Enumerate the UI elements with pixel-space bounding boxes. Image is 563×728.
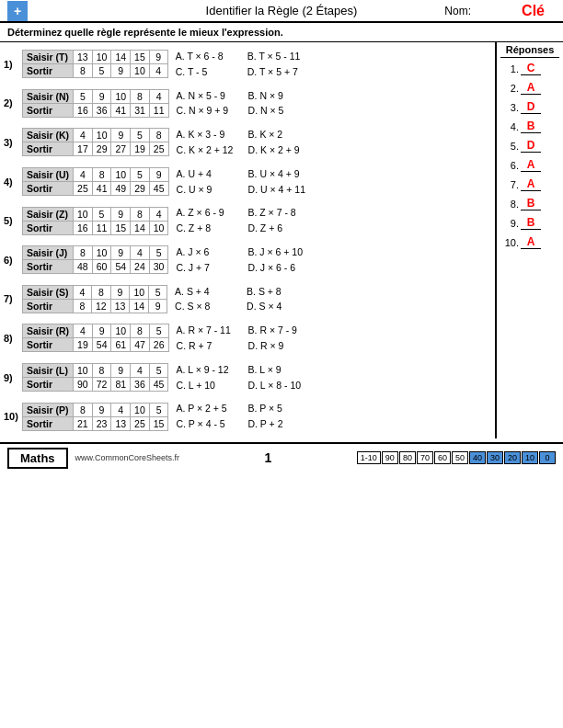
- io-table-wrap: Saisir (U)481059Sortir2541492945: [22, 167, 169, 196]
- io-table: Saisir (N)591084Sortir1636413111: [22, 89, 169, 118]
- option-item: B. P × 5: [247, 401, 312, 416]
- saisir-label: Saisir (L): [23, 364, 74, 378]
- question-number: 4): [4, 176, 22, 188]
- saisir-val: 9: [149, 168, 168, 182]
- saisir-label: Saisir (J): [23, 246, 74, 260]
- answer-letter: B: [527, 197, 535, 210]
- answer-item: 8.B: [500, 197, 559, 210]
- option-item: C. Z + 8: [176, 221, 240, 236]
- sortir-val: 19: [131, 142, 150, 156]
- saisir-val: 4: [131, 364, 150, 378]
- io-table-wrap: Saisir (S)489105Sortir81213149: [22, 285, 167, 313]
- sortir-val: 45: [149, 378, 168, 392]
- option-item: B. S + 8: [247, 284, 311, 300]
- answer-letter: A: [527, 158, 535, 171]
- answer-item: 6.A: [500, 158, 559, 172]
- option-row: A. T × 6 - 8B. T × 5 - 11: [176, 49, 312, 64]
- io-table: Saisir (S)489105Sortir81213149: [22, 285, 167, 313]
- sortir-val: 31: [131, 103, 150, 117]
- sortir-val: 90: [74, 378, 93, 392]
- answer-line: D: [521, 139, 541, 153]
- saisir-val: 9: [92, 89, 111, 103]
- answer-line: A: [521, 235, 541, 249]
- sortir-val: 54: [92, 338, 111, 352]
- io-table: Saisir (L)108945Sortir9072813645: [22, 363, 168, 392]
- saisir-val: 15: [131, 51, 150, 64]
- option-item: D. L × 8 - 10: [247, 378, 312, 393]
- saisir-val: 14: [111, 51, 131, 64]
- option-item: D. U × 4 + 11: [248, 182, 313, 198]
- saisir-label: Saisir (T): [23, 51, 74, 64]
- io-table: Saisir (Z)105984Sortir1611151410: [22, 207, 168, 235]
- answer-line: B: [521, 216, 541, 230]
- option-item: A. T × 6 - 8: [176, 49, 240, 64]
- option-item: D. N × 5: [248, 103, 313, 119]
- option-item: C. L + 10: [176, 378, 240, 393]
- sortir-label: Sortir: [23, 103, 74, 117]
- nom-label: Nom:: [444, 5, 471, 17]
- answer-line: C: [521, 62, 541, 75]
- sortir-val: 25: [149, 142, 168, 156]
- option-row: A. K × 3 - 9B. K × 2: [177, 127, 313, 142]
- sortir-val: 8: [74, 64, 93, 78]
- io-table-wrap: Saisir (Z)105984Sortir1611151410: [22, 207, 168, 235]
- answer-letter: A: [527, 81, 535, 94]
- saisir-val: 8: [131, 324, 150, 338]
- question-block: 10)Saisir (P)894105Sortir2123132515A. P …: [4, 399, 491, 434]
- option-item: B. K × 2: [248, 127, 313, 142]
- saisir-val: 10: [111, 89, 131, 103]
- sortir-label: Sortir: [23, 416, 74, 430]
- sortir-val: 29: [92, 142, 111, 156]
- option-row: C. U × 9D. U × 4 + 11: [177, 182, 313, 198]
- saisir-val: 13: [74, 51, 93, 64]
- saisir-val: 4: [131, 246, 150, 260]
- score-box: 20: [504, 451, 521, 464]
- score-box: 1-10: [357, 451, 381, 464]
- sortir-label: Sortir: [23, 182, 74, 196]
- question-block: 2)Saisir (N)591084Sortir1636413111A. N ×…: [4, 86, 491, 121]
- answer-item: 2.A: [500, 81, 559, 95]
- sortir-val: 45: [149, 182, 168, 196]
- sortir-val: 4: [149, 64, 167, 78]
- option-item: A. N × 5 - 9: [177, 88, 241, 104]
- answer-item: 5.D: [500, 139, 559, 153]
- sortir-val: 41: [92, 182, 111, 196]
- option-item: B. L × 9: [247, 362, 312, 378]
- option-row: C. T - 5D. T × 5 + 7: [176, 64, 312, 80]
- option-item: C. U × 9: [177, 182, 241, 198]
- options: A. S + 4B. S + 8C. S × 8D. S × 4: [175, 284, 311, 315]
- question-number: 10): [4, 411, 22, 422]
- footer: Maths www.CommonCoreSheets.fr 1 1-109080…: [0, 442, 563, 472]
- footer-url: www.CommonCoreSheets.fr: [75, 453, 180, 462]
- saisir-val: 9: [149, 51, 167, 64]
- saisir-val: 10: [74, 207, 93, 221]
- sortir-val: 49: [111, 182, 131, 196]
- answer-number: 10.: [500, 237, 519, 248]
- saisir-val: 4: [74, 129, 93, 142]
- question-block: 5)Saisir (Z)105984Sortir1611151410A. Z ×…: [4, 203, 491, 238]
- sortir-val: 26: [149, 338, 168, 352]
- option-row: C. Z + 8D. Z + 6: [176, 221, 312, 236]
- io-table: Saisir (T)131014159Sortir859104: [22, 50, 168, 78]
- option-item: B. R × 7 - 9: [248, 323, 313, 338]
- option-item: D. P + 2: [247, 416, 312, 432]
- io-table-wrap: Saisir (J)810945Sortir4860542430: [22, 245, 168, 274]
- sortir-val: 13: [111, 416, 131, 430]
- page-number: 1: [265, 450, 272, 465]
- saisir-val: 8: [74, 246, 93, 260]
- sortir-val: 25: [74, 182, 93, 196]
- option-item: D. J × 6 - 6: [247, 260, 312, 276]
- saisir-val: 8: [74, 403, 93, 416]
- sortir-val: 15: [111, 221, 131, 234]
- sortir-val: 19: [74, 338, 93, 352]
- saisir-val: 8: [92, 364, 111, 378]
- answer-letter: C: [527, 62, 535, 74]
- answer-letter: B: [527, 119, 535, 132]
- options: A. K × 3 - 9B. K × 2C. K × 2 + 12D. K × …: [177, 127, 313, 158]
- io-table: Saisir (K)410958Sortir1729271925: [22, 128, 169, 156]
- io-table: Saisir (U)481059Sortir2541492945: [22, 167, 169, 196]
- score-box: 80: [399, 451, 416, 464]
- options: A. T × 6 - 8B. T × 5 - 11C. T - 5D. T × …: [176, 49, 312, 80]
- answers-header: Réponses: [500, 44, 559, 58]
- answer-line: B: [521, 119, 541, 133]
